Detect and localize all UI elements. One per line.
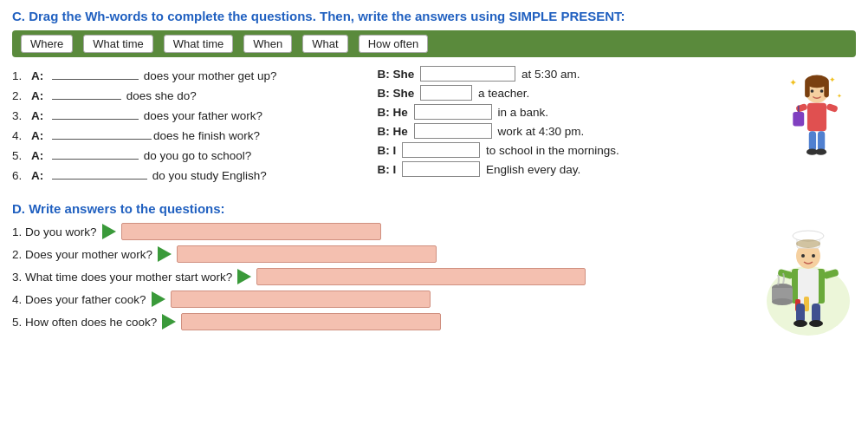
q5-num: 5.	[12, 149, 31, 162]
svg-point-15	[815, 148, 826, 154]
svg-rect-33	[812, 304, 820, 323]
q3-blank[interactable]	[52, 106, 139, 120]
ans2-label: B: She	[377, 87, 414, 100]
q1-label: A:	[31, 69, 50, 82]
questions-left: 1. A: does your mother get up? 2. A: doe…	[12, 66, 368, 186]
svg-text:✦: ✦	[829, 75, 836, 84]
q3-num: 3.	[12, 109, 31, 122]
svg-rect-13	[818, 131, 825, 151]
q1-text: does your mother get up?	[140, 69, 277, 82]
svg-rect-7	[807, 103, 826, 131]
ans2-blank[interactable]	[420, 85, 472, 101]
q6-text: do you study English?	[149, 169, 267, 182]
q2-text: does she do?	[123, 89, 197, 102]
svg-text:✦: ✦	[837, 92, 842, 100]
ans6-label: B: I	[377, 163, 396, 176]
answers-right: B: She at 5:30 am. B: She a teacher. B: …	[377, 66, 769, 186]
section-c-highlight: SIMPLE PRESENT:	[508, 9, 625, 23]
d-q4-arrow-icon	[152, 291, 165, 307]
section-d-content: 1. Do you work? 2. Does your mother work…	[12, 223, 856, 336]
svg-rect-10	[793, 112, 804, 127]
ans1-label: B: She	[377, 68, 414, 81]
svg-point-17	[820, 89, 824, 93]
svg-point-35	[809, 320, 823, 327]
d-q2-arrow-icon	[158, 246, 172, 262]
question-row-2: 2. A: does she do?	[12, 86, 368, 102]
svg-point-22	[796, 239, 820, 248]
d-q5-text: 5. How often does he cook?	[12, 316, 157, 329]
d-question-row-1: 1. Do you work?	[12, 223, 752, 240]
wh-word-where[interactable]: Where	[21, 35, 73, 53]
q4-label: A:	[31, 129, 50, 142]
d-question-row-5: 5. How often does he cook?	[12, 313, 752, 330]
q6-num: 6.	[12, 169, 31, 182]
q2-num: 2.	[12, 89, 31, 102]
answer-row-2: B: She a teacher.	[377, 85, 769, 101]
d-q4-text: 4. Does your father cook?	[12, 293, 146, 306]
svg-point-34	[794, 320, 807, 327]
ans1-blank[interactable]	[420, 66, 515, 82]
ans5-blank[interactable]	[402, 142, 480, 158]
ans3-blank[interactable]	[414, 104, 492, 120]
q2-label: A:	[31, 89, 50, 102]
q3-label: A:	[31, 109, 50, 122]
question-row-4: 4. A: does he finish work?	[12, 126, 368, 142]
q4-num: 4.	[12, 129, 31, 142]
d-q2-blank[interactable]	[177, 245, 437, 263]
character-chef-image	[761, 223, 856, 336]
q6-blank[interactable]	[52, 166, 147, 180]
q4-text: does he finish work?	[153, 129, 260, 142]
questions-section: 1. A: does your mother get up? 2. A: doe…	[12, 66, 856, 186]
svg-rect-32	[796, 304, 805, 323]
section-d-title: D. Write answers to the questions:	[12, 201, 856, 216]
wh-word-when[interactable]: When	[243, 35, 292, 53]
q2-blank[interactable]	[52, 86, 121, 100]
q5-text: do you go to school?	[140, 149, 251, 162]
answer-row-4: B: He work at 4:30 pm.	[377, 123, 769, 139]
question-row-5: 5. A: do you go to school?	[12, 146, 368, 162]
answer-row-5: B: I to school in the mornings.	[377, 142, 769, 158]
svg-point-16	[811, 89, 814, 93]
wh-word-whattime1[interactable]: What time	[83, 35, 153, 53]
svg-rect-12	[809, 131, 816, 151]
ans3-text: in a bank.	[495, 106, 548, 119]
svg-rect-6	[824, 82, 829, 97]
d-q1-text: 1. Do you work?	[12, 225, 97, 238]
d-q1-arrow-icon	[102, 224, 116, 239]
wh-word-what[interactable]: What	[302, 35, 347, 53]
ans3-label: B: He	[377, 106, 407, 119]
q4-blank[interactable]	[52, 126, 152, 140]
svg-rect-8	[795, 103, 808, 113]
q1-blank[interactable]	[52, 66, 139, 80]
d-q2-text: 2. Does your mother work?	[12, 248, 152, 261]
ans4-blank[interactable]	[414, 123, 492, 139]
q5-blank[interactable]	[52, 146, 139, 160]
wh-word-whattime2[interactable]: What time	[164, 35, 234, 53]
section-c-title-text: C. Drag the Wh-words to complete the que…	[12, 9, 508, 23]
question-row-1: 1. A: does your mother get up?	[12, 66, 368, 82]
d-q5-blank[interactable]	[181, 313, 441, 330]
svg-point-36	[801, 254, 805, 258]
q6-label: A:	[31, 169, 50, 182]
answer-row-1: B: She at 5:30 am.	[377, 66, 769, 82]
svg-rect-5	[805, 82, 810, 97]
ans4-text: work at 4:30 pm.	[495, 125, 585, 138]
d-q4-blank[interactable]	[171, 291, 431, 308]
wh-words-bar: Where What time What time When What How …	[12, 30, 856, 57]
answer-row-3: B: He in a bank.	[377, 104, 769, 120]
d-question-row-3: 3. What time does your mother start work…	[12, 268, 752, 285]
q3-text: does your father work?	[140, 109, 262, 122]
svg-point-37	[812, 254, 815, 258]
ans6-blank[interactable]	[402, 161, 480, 177]
q1-num: 1.	[12, 69, 31, 82]
d-q3-text: 3. What time does your mother start work…	[12, 271, 232, 284]
d-q3-blank[interactable]	[256, 268, 586, 285]
question-row-6: 6. A: do you study English?	[12, 166, 368, 182]
wh-word-howoften[interactable]: How often	[359, 35, 429, 53]
character-girl-image: ✦ ✦ ✦	[778, 66, 856, 186]
answer-row-6: B: I English every day.	[377, 161, 769, 177]
ans5-label: B: I	[377, 144, 396, 157]
svg-text:✦: ✦	[789, 77, 797, 88]
ans4-label: B: He	[377, 125, 407, 138]
d-q1-blank[interactable]	[121, 223, 381, 240]
